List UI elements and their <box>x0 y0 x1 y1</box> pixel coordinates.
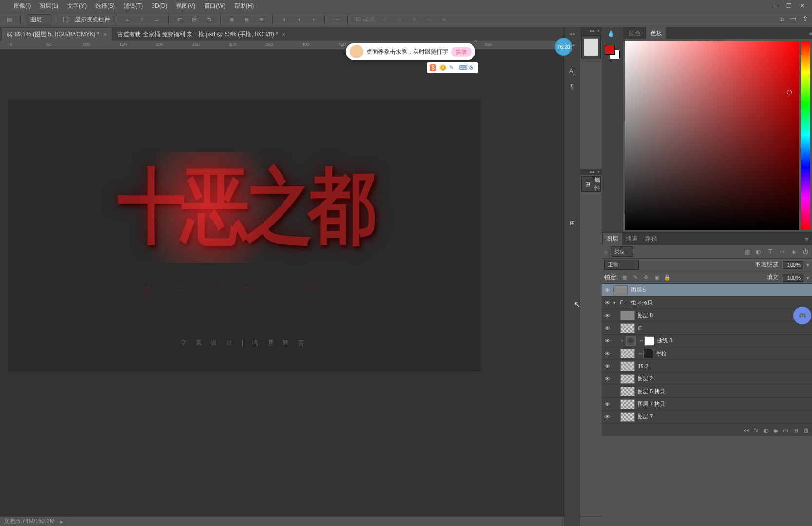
layer-row[interactable]: 👁15-2 <box>602 360 812 373</box>
color-menu-icon[interactable]: ≡ <box>809 30 812 37</box>
layer-name-label[interactable]: 手枪 <box>656 350 667 357</box>
lock-transparent-icon[interactable]: ▦ <box>621 274 628 282</box>
layer-row[interactable]: 👁⤷⚯曲线 3 <box>602 335 812 347</box>
visibility-icon[interactable]: 👁 <box>602 363 613 369</box>
layer-row[interactable]: 👁血 <box>602 322 812 335</box>
filter-type-dropdown[interactable]: 类型 <box>611 246 633 257</box>
layer-name-label[interactable]: 图层 7 拷贝 <box>638 400 665 408</box>
menu-image[interactable]: 图像(I) <box>10 0 35 12</box>
distribute-right-icon[interactable]: ⫞ <box>308 14 319 25</box>
show-transform-checkbox[interactable] <box>63 17 69 22</box>
lock-all-icon[interactable]: 🔒 <box>663 274 671 282</box>
visibility-icon[interactable]: 👁 <box>602 414 613 420</box>
document-canvas[interactable]: 十恶之都 H E Z H I D U 字 素 设 计 | 临 意 卿 蛮 <box>8 100 481 371</box>
ime-toolbar[interactable]: S 😊 ✎ ⌨ ⚙ <box>427 62 478 73</box>
3d-pan-icon[interactable]: ✥ <box>409 14 420 25</box>
distribute-vcenter-icon[interactable]: ≡ <box>241 14 252 25</box>
3d-zoom-icon[interactable]: ■ <box>438 14 449 25</box>
delete-layer-icon[interactable]: 🗑 <box>803 427 809 434</box>
visibility-icon[interactable]: 👁 <box>602 401 613 407</box>
filter-shape-icon[interactable]: ▱ <box>778 248 786 256</box>
layer-name-label[interactable]: 图层 2 <box>638 375 653 382</box>
status-arrow-icon[interactable]: ▸ <box>60 518 63 525</box>
eyedropper-icon[interactable]: 💧 <box>607 30 617 40</box>
lock-position-icon[interactable]: ✥ <box>642 274 650 282</box>
visibility-icon[interactable]: 👁 <box>602 325 613 331</box>
menu-filter[interactable]: 滤镜(T) <box>120 0 147 12</box>
tab2-close-icon[interactable]: × <box>282 31 285 38</box>
3d-orbit-icon[interactable]: ⟳ <box>380 14 391 25</box>
layer-row[interactable]: 👁图层 5 <box>602 284 812 297</box>
paths-tab[interactable]: 路径 <box>642 233 661 245</box>
more-align-icon[interactable]: ⋯ <box>331 14 341 25</box>
mask-thumb[interactable] <box>643 349 653 358</box>
ime-tool2-icon[interactable]: ⌨ <box>459 64 466 71</box>
align-hcenter-icon[interactable]: ⊟ <box>189 14 200 25</box>
sogou-icon[interactable]: S <box>430 64 436 71</box>
mask-link-icon[interactable]: ⚯ <box>639 351 642 356</box>
filter-smart-icon[interactable]: ◈ <box>790 248 797 256</box>
swatches-tab[interactable]: 色板 <box>646 27 666 39</box>
layer-name-label[interactable]: 图层 5 <box>631 286 646 294</box>
floating-action-button[interactable]: 🎮 <box>793 307 811 324</box>
fill-arrow-icon[interactable]: ▾ <box>806 274 809 281</box>
distribute-left-icon[interactable]: ⫞ <box>279 14 289 25</box>
layer-name-label[interactable]: 曲线 3 <box>657 337 672 344</box>
panel-collapse-icon[interactable]: ◂◂ <box>589 28 594 33</box>
close-icon[interactable]: ✕ <box>798 2 806 10</box>
character-icon[interactable]: A| <box>567 65 578 77</box>
foreground-color[interactable] <box>605 45 615 55</box>
adjustment-layer-icon[interactable]: ◉ <box>773 427 778 434</box>
align-right-icon[interactable]: ⊐ <box>204 14 214 25</box>
layer-row[interactable]: 👁图层 7 <box>602 411 812 423</box>
menu-3d[interactable]: 3D(D) <box>148 1 171 11</box>
layer-row[interactable]: 👁图层 8 <box>602 309 812 322</box>
pill-close-icon[interactable]: × <box>474 38 477 44</box>
layer-name-label[interactable]: 15-2 <box>638 363 648 369</box>
tab-doc1[interactable]: @ 89.1% (图层 5, RGB/8#/CMYK) * × <box>2 28 112 41</box>
layer-row[interactable]: 👁图层 2 <box>602 373 812 385</box>
filter-adjust-icon[interactable]: ◐ <box>755 248 762 256</box>
autoselect-dropdown[interactable]: 图层 <box>27 14 51 25</box>
lock-artboard-icon[interactable]: ▣ <box>653 274 661 282</box>
visibility-icon[interactable]: 👁 <box>602 351 613 357</box>
tab-doc2[interactable]: 古道有巷 全家桶 免费福利 来一枪.psd @ 50% (手枪, RGB/8) … <box>113 28 290 41</box>
visibility-icon[interactable]: 👁 <box>602 287 613 293</box>
hue-slider[interactable] <box>801 41 810 230</box>
link-layers-icon[interactable]: ⚯ <box>744 427 749 434</box>
layers-list[interactable]: 👁图层 5👁▾🗀组 3 拷贝👁图层 8👁血👁⤷⚯曲线 3👁⚯手枪👁15-2👁图层… <box>602 284 812 424</box>
filter-toggle-icon[interactable]: ⏻ <box>801 248 809 256</box>
layers-menu-icon[interactable]: ≡ <box>801 234 812 245</box>
opacity-arrow-icon[interactable]: ▾ <box>806 262 809 268</box>
foreground-background-swatch[interactable] <box>605 45 620 59</box>
layer-row[interactable]: 👁▾🗀组 3 拷贝 <box>602 297 812 309</box>
layer-name-label[interactable]: 组 3 拷贝 <box>631 299 653 306</box>
layer-name-label[interactable]: 图层 5 拷贝 <box>638 388 665 395</box>
visibility-icon[interactable]: 👁 <box>602 338 613 344</box>
align-bottom-icon[interactable]: ⫠ <box>151 14 162 25</box>
lock-paint-icon[interactable]: ✎ <box>631 274 639 282</box>
tool-preset-icon[interactable]: ▦ <box>4 14 15 25</box>
distribute-bottom-icon[interactable]: ≡ <box>256 14 266 25</box>
props-close-icon[interactable]: × <box>597 169 600 174</box>
distribute-top-icon[interactable]: ≡ <box>227 14 237 25</box>
menu-window[interactable]: 窗口(W) <box>200 0 229 12</box>
timer-badge[interactable]: 76:20 <box>555 38 572 56</box>
properties-dock-icon[interactable]: ⊞ <box>567 217 578 229</box>
filter-search-icon[interactable]: ⌕ <box>604 248 608 255</box>
menu-layer[interactable]: 图层(L) <box>36 0 62 12</box>
paragraph-icon[interactable]: ¶ <box>567 81 578 93</box>
3d-slide-icon[interactable]: ⇔ <box>424 14 434 25</box>
layer-row[interactable]: 👁⚯手枪 <box>602 347 812 360</box>
search-icon[interactable]: ⌕ <box>780 15 784 22</box>
align-vcenter-icon[interactable]: ⫯ <box>137 14 148 25</box>
disclosure-icon[interactable]: ▾ <box>613 301 619 305</box>
visibility-icon[interactable]: 👁 <box>602 313 613 319</box>
new-group-icon[interactable]: 🗀 <box>783 427 789 434</box>
layer-row[interactable]: 👁图层 7 拷贝 <box>602 398 812 411</box>
maximize-icon[interactable]: ❐ <box>785 2 793 10</box>
canvas-workspace[interactable]: 十恶之都 H E Z H I D U 字 素 设 计 | 临 意 卿 蛮 <box>0 50 564 516</box>
filter-pixel-icon[interactable]: ▧ <box>743 248 751 256</box>
align-left-icon[interactable]: ⊏ <box>174 14 185 25</box>
menu-type[interactable]: 文字(Y) <box>63 0 91 12</box>
